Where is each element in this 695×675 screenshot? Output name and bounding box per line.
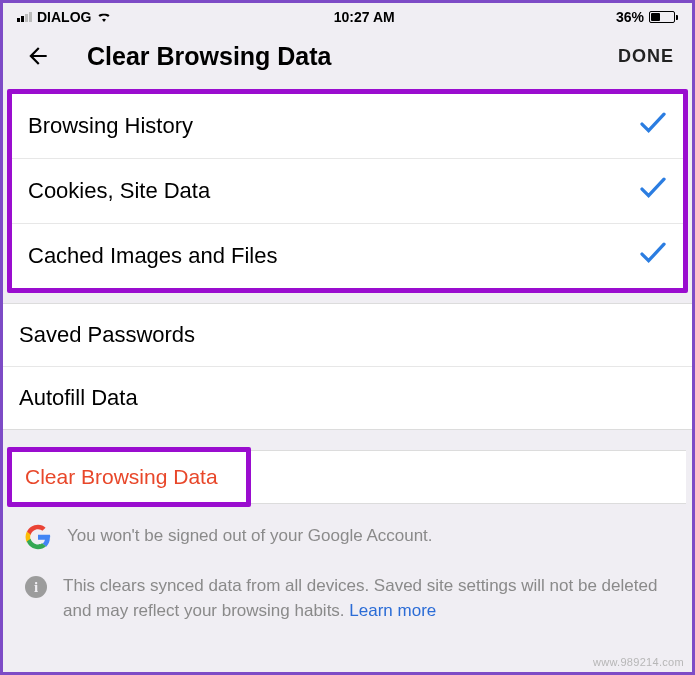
option-autofill[interactable]: Autofill Data bbox=[3, 366, 692, 429]
option-label: Autofill Data bbox=[19, 385, 138, 411]
google-icon bbox=[25, 524, 51, 554]
battery-percent: 36% bbox=[616, 9, 644, 25]
unchecked-options-group: Saved Passwords Autofill Data bbox=[3, 303, 692, 430]
status-time: 10:27 AM bbox=[334, 9, 395, 25]
check-icon bbox=[639, 177, 667, 205]
clear-browsing-data-button[interactable]: Clear Browsing Data bbox=[9, 450, 686, 504]
option-label: Saved Passwords bbox=[19, 322, 195, 348]
option-label: Cached Images and Files bbox=[28, 243, 277, 269]
option-cached[interactable]: Cached Images and Files bbox=[12, 223, 683, 288]
signal-icon bbox=[17, 12, 32, 22]
checked-options-group: Browsing History Cookies, Site Data Cach… bbox=[7, 89, 688, 293]
google-note-text: You won't be signed out of your Google A… bbox=[67, 524, 433, 549]
check-icon bbox=[639, 112, 667, 140]
option-label: Browsing History bbox=[28, 113, 193, 139]
clear-button-wrap: Clear Browsing Data bbox=[9, 450, 686, 504]
learn-more-link[interactable]: Learn more bbox=[349, 601, 436, 620]
check-icon bbox=[639, 242, 667, 270]
nav-header: Clear Browsing Data DONE bbox=[3, 29, 692, 89]
option-label: Cookies, Site Data bbox=[28, 178, 210, 204]
back-button[interactable] bbox=[21, 39, 55, 73]
option-cookies[interactable]: Cookies, Site Data bbox=[12, 158, 683, 223]
status-bar: DIALOG 10:27 AM 36% bbox=[3, 3, 692, 29]
battery-icon bbox=[649, 11, 678, 23]
sync-note-text: This clears synced data from all devices… bbox=[63, 574, 670, 623]
wifi-icon bbox=[96, 9, 112, 25]
status-left: DIALOG bbox=[17, 9, 112, 25]
carrier-label: DIALOG bbox=[37, 9, 91, 25]
option-saved-passwords[interactable]: Saved Passwords bbox=[3, 304, 692, 366]
status-right: 36% bbox=[616, 9, 678, 25]
option-browsing-history[interactable]: Browsing History bbox=[12, 94, 683, 158]
google-account-note: You won't be signed out of your Google A… bbox=[3, 504, 692, 562]
done-button[interactable]: DONE bbox=[618, 46, 674, 67]
sync-note-block: i This clears synced data from all devic… bbox=[3, 562, 692, 631]
info-icon: i bbox=[25, 576, 47, 598]
page-title: Clear Browsing Data bbox=[87, 42, 332, 71]
watermark: www.989214.com bbox=[593, 656, 684, 668]
